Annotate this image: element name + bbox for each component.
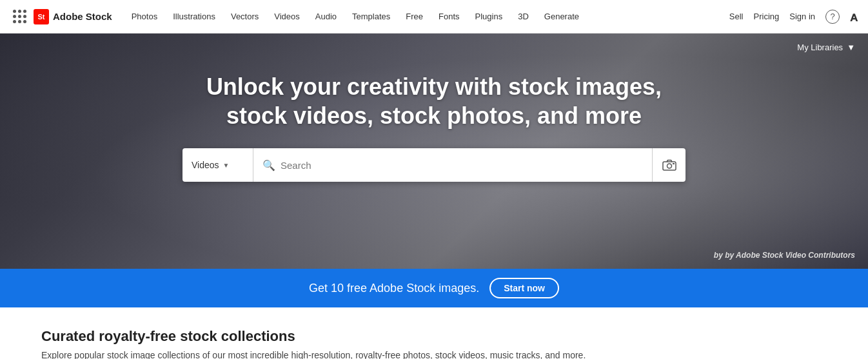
hero-title: Unlock your creativity with stock images… — [206, 72, 662, 130]
logo-badge: St — [34, 9, 49, 24]
logo-text: Adobe Stock — [53, 11, 112, 22]
attribution-prefix: by — [714, 251, 725, 260]
nav-photos[interactable]: Photos — [125, 9, 164, 24]
search-category-label: Videos — [192, 160, 219, 170]
visual-search-icon[interactable] — [652, 148, 686, 182]
navbar: St Adobe Stock Photos Illustrations Vect… — [0, 0, 868, 34]
search-magnifier-icon: 🔍 — [262, 159, 275, 171]
help-icon[interactable]: ? — [825, 10, 840, 24]
nav-3d[interactable]: 3D — [511, 9, 535, 24]
dropdown-arrow-icon: ▼ — [223, 162, 230, 169]
start-now-button[interactable]: Start now — [489, 278, 559, 298]
svg-point-1 — [667, 164, 671, 168]
nav-audio[interactable]: Audio — [309, 9, 343, 24]
svg-rect-0 — [663, 162, 676, 170]
nav-pricing[interactable]: Pricing — [754, 12, 780, 21]
my-libraries-label: My Libraries — [797, 43, 843, 52]
nav-sell[interactable]: Sell — [729, 12, 744, 21]
bottom-section: Curated royalty-free stock collections E… — [0, 307, 868, 359]
search-input[interactable] — [281, 160, 643, 171]
search-bar: Videos ▼ 🔍 — [182, 148, 686, 182]
nav-fonts[interactable]: Fonts — [432, 9, 466, 24]
nav-vectors[interactable]: Vectors — [224, 9, 265, 24]
my-libraries-chevron: ▼ — [847, 43, 855, 52]
nav-illustrations[interactable]: Illustrations — [166, 9, 222, 24]
hero-section: My Libraries ▼ Unlock your creativity wi… — [0, 34, 868, 269]
nav-sign-in[interactable]: Sign in — [789, 12, 815, 21]
collections-title: Curated royalty-free stock collections — [41, 328, 827, 345]
adobe-icon[interactable]: ᴀ — [850, 9, 858, 24]
nav-videos[interactable]: Videos — [268, 9, 306, 24]
nav-free[interactable]: Free — [399, 9, 429, 24]
hero-content: Unlock your creativity with stock images… — [0, 34, 868, 182]
search-category-dropdown[interactable]: Videos ▼ — [182, 148, 253, 182]
my-libraries-button[interactable]: My Libraries ▼ — [797, 43, 855, 52]
attribution-text: by Adobe Stock Video Contributors — [725, 251, 855, 260]
hero-attribution: by by Adobe Stock Video Contributors — [714, 251, 855, 260]
apps-grid-icon[interactable] — [10, 8, 28, 26]
nav-templates[interactable]: Templates — [346, 9, 397, 24]
collections-subtitle: Explore popular stock image collections … — [41, 350, 827, 359]
promo-text: Get 10 free Adobe Stock images. — [309, 282, 479, 295]
nav-generate[interactable]: Generate — [538, 9, 586, 24]
nav-plugins[interactable]: Plugins — [469, 9, 509, 24]
search-input-wrap: 🔍 — [253, 159, 652, 171]
nav-right: Sell Pricing Sign in ? ᴀ — [729, 9, 858, 24]
adobe-stock-logo[interactable]: St Adobe Stock — [34, 9, 112, 24]
promo-banner: Get 10 free Adobe Stock images. Start no… — [0, 269, 868, 307]
svg-rect-2 — [673, 163, 675, 164]
nav-links: Photos Illustrations Vectors Videos Audi… — [125, 9, 729, 24]
